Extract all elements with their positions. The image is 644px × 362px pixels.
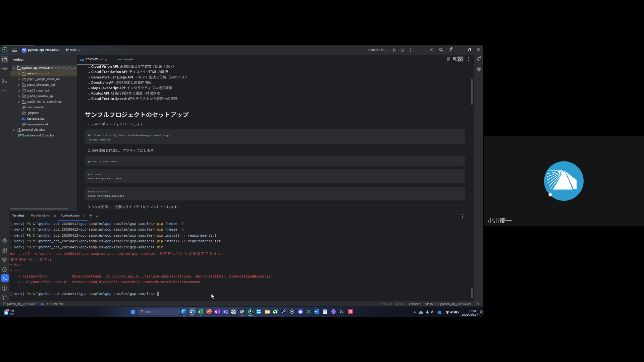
svg-text:M: M (21, 117, 24, 120)
svg-text:M: M (80, 58, 83, 61)
svg-text:M: M (41, 303, 43, 306)
